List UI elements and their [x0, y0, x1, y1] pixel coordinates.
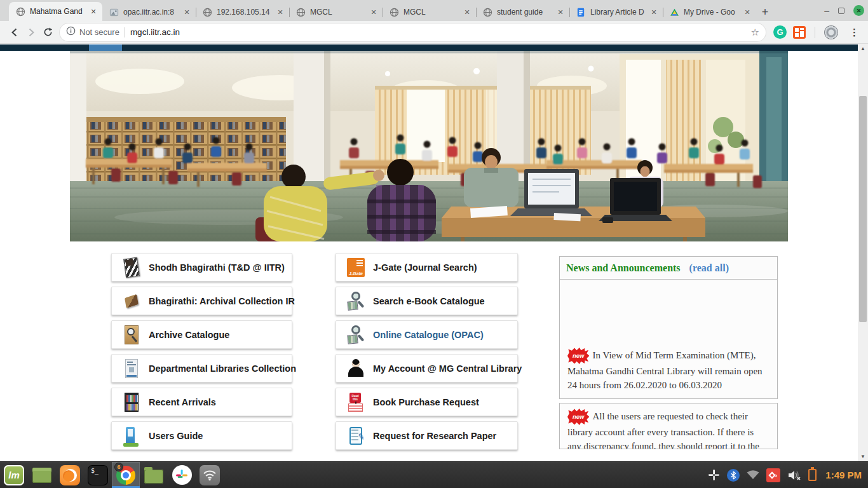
- scroll-up-icon[interactable]: ▲: [858, 46, 868, 51]
- web-page: Shodh Bhagirathi (T&D @ IITR) Bhagirathi…: [0, 44, 868, 461]
- taskbar: lm $_ 6 › 1:49 PM: [0, 461, 868, 488]
- link-label: J-Gate (Journal Search): [373, 262, 477, 273]
- anydesk-icon[interactable]: ›: [766, 468, 780, 482]
- new-badge: new: [567, 409, 589, 425]
- link-label: My Account @ MG Central Library: [373, 363, 522, 374]
- firefox-icon: [60, 465, 80, 485]
- library-hero-photo: [70, 51, 788, 241]
- terminal-launcher[interactable]: $_: [84, 462, 112, 488]
- archive-search-icon: [122, 324, 141, 346]
- forward-button[interactable]: [23, 24, 39, 41]
- security-label: Not secure: [79, 27, 119, 37]
- tab-title: student guide: [497, 8, 555, 17]
- link-label: Book Purchase Request: [373, 397, 479, 407]
- desktop-screen: Mahatma Gand ✕ opac.iitr.ac.in:8 ✕ 192.1…: [0, 0, 868, 488]
- folder-icon: [144, 470, 163, 484]
- new-tab-button[interactable]: +: [756, 3, 774, 21]
- browser-toolbar: Not secure mgcl.iitr.ac.in ☆ G ⋮: [0, 21, 868, 44]
- reload-button[interactable]: [39, 24, 56, 41]
- tab-close-icon[interactable]: ✕: [555, 7, 566, 17]
- tab-close-icon[interactable]: ✕: [462, 7, 472, 17]
- tab-close-icon[interactable]: ✕: [649, 7, 659, 17]
- tab-close-icon[interactable]: ✕: [182, 7, 192, 17]
- divider: [815, 27, 815, 38]
- tab-close-icon[interactable]: ✕: [742, 7, 752, 17]
- news-header: News and Announcements (read all): [559, 256, 778, 280]
- scrollbar-thumb[interactable]: [859, 96, 867, 322]
- back-button[interactable]: [6, 24, 23, 41]
- tab-close-icon[interactable]: ✕: [369, 7, 379, 17]
- link-book-purchase[interactable]: Read this Book Purchase Request: [336, 388, 518, 416]
- volume-muted-icon[interactable]: [787, 470, 801, 481]
- new-badge: new: [567, 348, 589, 364]
- link-research-paper[interactable]: Request for Research Paper: [336, 421, 518, 450]
- info-icon[interactable]: [66, 26, 76, 38]
- taskbar-launchers: lm $_ 6: [0, 462, 224, 488]
- tab-title: My Drive - Goo: [684, 8, 742, 17]
- browser-menu-icon[interactable]: ⋮: [850, 27, 859, 38]
- tab-title: MGCL: [310, 8, 369, 17]
- tab-mgcl-1[interactable]: MGCL ✕: [289, 3, 383, 21]
- extensions-cluster: G ⋮: [773, 25, 859, 39]
- site-navbar: [0, 44, 858, 51]
- network-tool-launcher[interactable]: [196, 462, 224, 488]
- browser-tabstrip: Mahatma Gand ✕ opac.iitr.ac.in:8 ✕ 192.1…: [0, 0, 868, 21]
- wifi-tray-icon[interactable]: [747, 470, 759, 480]
- news-panel: News and Announcements (read all) newIn …: [559, 256, 778, 449]
- link-ebook-catalogue[interactable]: Search e-Book Catalogue: [336, 287, 518, 315]
- slack-tray-icon[interactable]: [708, 469, 720, 481]
- slack-launcher[interactable]: [168, 462, 196, 488]
- link-label: Bhagirathi: Archival Collection IR: [149, 296, 295, 306]
- restore-button[interactable]: [838, 8, 844, 14]
- thesis-book-icon: [122, 257, 141, 278]
- link-label: Shodh Bhagirathi (T&D @ IITR): [149, 262, 285, 273]
- clipboard-pencil-icon: [346, 425, 365, 447]
- slack-icon: [172, 465, 192, 485]
- link-jgate[interactable]: J-Gate J-Gate (Journal Search): [336, 253, 518, 281]
- tab-ip-address[interactable]: 192.168.105.14 ✕: [196, 3, 289, 21]
- link-opac[interactable]: Online Catalogue (OPAC): [336, 320, 518, 349]
- link-users-guide[interactable]: Users Guide: [111, 421, 292, 450]
- mint-menu-button[interactable]: lm: [0, 462, 28, 488]
- tab-close-icon[interactable]: ✕: [275, 7, 285, 17]
- tab-mahatma-gandhi[interactable]: Mahatma Gand ✕: [9, 2, 102, 21]
- link-shodh-bhagirathi[interactable]: Shodh Bhagirathi (T&D @ IITR): [111, 253, 292, 281]
- link-recent-arrivals[interactable]: Recent Arrivals: [111, 388, 292, 416]
- scroll-down-icon[interactable]: ▼: [858, 454, 868, 459]
- minimize-button[interactable]: –: [824, 8, 829, 14]
- tab-library-article[interactable]: Library Article D ✕: [569, 3, 663, 21]
- chrome-notification-badge: 6: [114, 463, 123, 471]
- tab-my-drive[interactable]: My Drive - Goo ✕: [663, 3, 756, 21]
- tab-student-guide[interactable]: student guide ✕: [476, 3, 569, 21]
- orange-extension-icon[interactable]: [793, 26, 806, 39]
- google-docs-icon: [576, 7, 586, 17]
- profile-avatar[interactable]: [824, 25, 838, 39]
- library-photo-illustration: [70, 51, 788, 241]
- link-label: Archive Catalogue: [149, 330, 229, 340]
- battery-icon[interactable]: [808, 469, 817, 481]
- site-nav-active-item[interactable]: [89, 44, 122, 51]
- address-bar[interactable]: Not secure mgcl.iitr.ac.in ☆: [60, 24, 766, 41]
- taskbar-clock[interactable]: 1:49 PM: [825, 470, 862, 480]
- files-launcher[interactable]: [140, 462, 168, 488]
- globe-icon: [389, 7, 399, 17]
- tab-opac[interactable]: opac.iitr.ac.in:8 ✕: [102, 3, 196, 21]
- link-departmental-libraries[interactable]: Departmental Libraries Collection: [111, 354, 292, 383]
- grammarly-extension-icon[interactable]: G: [773, 25, 787, 39]
- link-bhagirathi-archival[interactable]: Bhagirathi: Archival Collection IR: [111, 287, 292, 315]
- bookmark-star-icon[interactable]: ☆: [751, 27, 759, 38]
- link-my-account[interactable]: My Account @ MG Central Library: [336, 354, 518, 383]
- mint-logo-icon: lm: [4, 465, 24, 485]
- tab-mgcl-2[interactable]: MGCL ✕: [383, 3, 476, 21]
- news-title: News and Announcements: [566, 262, 681, 274]
- show-desktop-button[interactable]: [28, 462, 56, 488]
- tab-close-icon[interactable]: ✕: [88, 6, 98, 17]
- close-window-button[interactable]: ✕: [853, 5, 864, 16]
- link-label: Request for Research Paper: [373, 431, 496, 441]
- firefox-launcher[interactable]: [56, 462, 84, 488]
- read-all-link[interactable]: (read all): [689, 262, 729, 274]
- chrome-window-button[interactable]: 6: [112, 462, 140, 488]
- page-scrollbar[interactable]: ▲ ▼: [858, 44, 868, 461]
- bluetooth-icon[interactable]: [727, 469, 740, 482]
- link-archive-catalogue[interactable]: Archive Catalogue: [111, 320, 292, 349]
